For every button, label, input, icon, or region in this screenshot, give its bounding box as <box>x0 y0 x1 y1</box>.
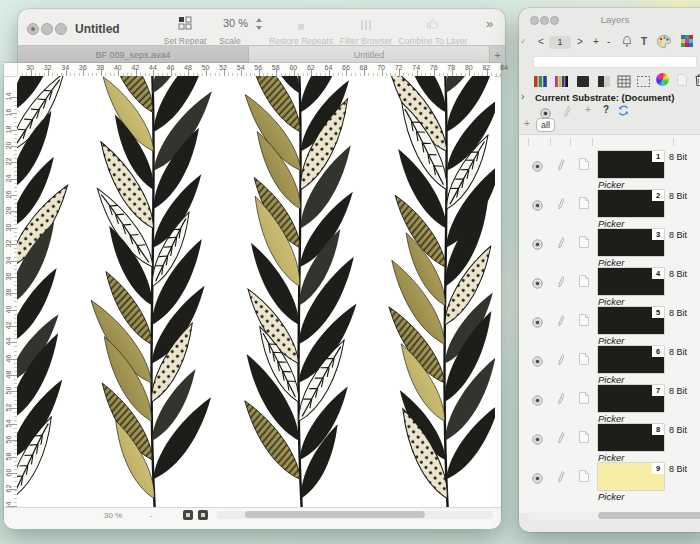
mosaic-icon[interactable] <box>680 34 694 48</box>
pencil-icon[interactable] <box>562 104 572 117</box>
ruler-v-label: 56 <box>5 434 12 446</box>
add-substrate-button[interactable]: + <box>585 104 591 115</box>
layer-page-icon[interactable] <box>578 196 590 210</box>
layer-color-swatch[interactable]: 2 <box>598 190 664 217</box>
halftone-icon[interactable] <box>597 74 611 87</box>
visibility-eye-icon[interactable] <box>539 105 552 116</box>
vertical-ruler: 1416182022242628303234363840424446485052… <box>4 76 18 507</box>
palette-icon[interactable] <box>656 34 672 49</box>
layer-row[interactable]: 1 8 Bit Picker <box>519 151 700 190</box>
next-layer-button[interactable]: > <box>577 36 583 47</box>
ruler-v-label: 32 <box>5 238 12 250</box>
layer-pencil-icon[interactable] <box>556 430 566 443</box>
prev-layer-button[interactable]: < <box>538 36 544 47</box>
layer-visibility-eye-icon[interactable] <box>531 236 544 247</box>
scale-stepper[interactable] <box>255 17 264 31</box>
add-button[interactable]: + <box>593 36 599 47</box>
rgb-channels-icon[interactable] <box>533 74 548 87</box>
layer-pencil-icon[interactable] <box>556 469 566 482</box>
pattern-canvas[interactable] <box>17 76 495 507</box>
bell-icon[interactable] <box>621 35 633 49</box>
ruler-h-label: 36 <box>79 64 87 71</box>
ruler-h-label: 42 <box>131 64 139 71</box>
layer-visibility-eye-icon[interactable] <box>531 431 544 442</box>
panel-scrollbar-thumb[interactable] <box>598 512 700 519</box>
set-repeat-icon[interactable] <box>178 16 192 30</box>
screen: Untitled Set Repeat 30 % Scale Restore R… <box>0 0 700 544</box>
layer-page-icon[interactable] <box>578 430 590 444</box>
layer-color-swatch[interactable]: 5 <box>598 307 664 334</box>
layer-page-icon[interactable] <box>578 391 590 405</box>
layer-pencil-icon[interactable] <box>556 391 566 404</box>
text-tool-button[interactable]: T <box>641 36 647 47</box>
solid-fill-icon[interactable] <box>576 74 590 87</box>
layer-visibility-eye-icon[interactable] <box>531 353 544 364</box>
all-layers-button[interactable]: all <box>536 118 555 132</box>
substrate-disclosure[interactable]: › <box>521 91 524 102</box>
layer-row[interactable]: 8 8 Bit Picker <box>519 424 700 463</box>
layer-color-swatch[interactable]: 3 <box>598 229 664 256</box>
color-wheel-icon[interactable] <box>656 73 669 86</box>
sync-icon[interactable] <box>617 103 630 116</box>
layer-pencil-icon[interactable] <box>556 352 566 365</box>
layer-color-swatch[interactable]: 9 <box>598 463 664 490</box>
layer-color-swatch[interactable]: 8 <box>598 424 664 451</box>
layer-page-icon[interactable] <box>578 313 590 327</box>
ruler-h-label: 82 <box>482 64 490 71</box>
layer-pencil-icon[interactable] <box>556 235 566 248</box>
layer-page-icon[interactable] <box>578 235 590 249</box>
layer-page-icon[interactable] <box>578 274 590 288</box>
layer-name: Picker <box>598 257 624 268</box>
layer-row[interactable]: 5 8 Bit Picker <box>519 307 700 346</box>
close-window-button[interactable] <box>27 23 39 35</box>
trash-icon[interactable] <box>694 73 700 87</box>
horizontal-scrollbar-thumb[interactable] <box>245 511 425 518</box>
layer-pencil-icon[interactable] <box>556 313 566 326</box>
layer-name-input[interactable] <box>533 56 697 68</box>
panel-title: Layers <box>519 14 700 25</box>
layer-pencil-icon[interactable] <box>556 274 566 287</box>
remove-button[interactable]: - <box>607 36 610 47</box>
layer-bit-depth: 8 Bit <box>669 347 687 357</box>
layer-name: Picker <box>598 218 624 229</box>
toolbar-overflow-button[interactable]: » <box>486 16 493 31</box>
layer-color-swatch[interactable]: 6 <box>598 346 664 373</box>
layer-color-swatch[interactable]: 1 <box>598 151 664 178</box>
ruler-v-label: 60 <box>5 467 12 479</box>
layer-visibility-eye-icon[interactable] <box>531 470 544 481</box>
layer-pencil-icon[interactable] <box>556 157 566 170</box>
cmyk-channels-icon[interactable] <box>554 74 569 87</box>
minimize-window-button[interactable] <box>41 23 53 35</box>
layer-color-swatch[interactable]: 4 <box>598 268 664 295</box>
layer-number-field[interactable]: 1 <box>549 36 571 49</box>
layer-row[interactable]: 3 8 Bit Picker <box>519 229 700 268</box>
spread-view-icon[interactable] <box>198 510 208 520</box>
marquee-selection-icon[interactable] <box>636 74 651 87</box>
layer-page-icon[interactable] <box>578 352 590 366</box>
layer-row[interactable]: 4 8 Bit Picker <box>519 268 700 307</box>
grid-table-icon[interactable] <box>617 74 631 87</box>
layer-list: 1 8 Bit Picker 2 8 Bit Picker 3 8 B <box>519 134 700 513</box>
layer-pencil-icon[interactable] <box>556 196 566 209</box>
layer-row[interactable]: 9 8 Bit Picker <box>519 463 700 502</box>
layer-visibility-eye-icon[interactable] <box>531 197 544 208</box>
layer-row[interactable]: 6 8 Bit Picker <box>519 346 700 385</box>
layer-page-icon[interactable] <box>578 469 590 483</box>
add-filter-button[interactable]: + <box>524 118 530 129</box>
layer-row[interactable]: 2 8 Bit Picker <box>519 190 700 229</box>
layer-visibility-eye-icon[interactable] <box>531 314 544 325</box>
layer-page-icon[interactable] <box>578 157 590 171</box>
page-view-icon[interactable] <box>183 510 193 520</box>
help-button[interactable]: ? <box>603 104 609 115</box>
zoom-window-button[interactable] <box>55 23 67 35</box>
status-zoom-out-button[interactable]: - <box>150 511 153 520</box>
tab-document[interactable]: BF 009_seps.ava4 <box>18 46 249 64</box>
layer-row[interactable]: 7 8 Bit Picker <box>519 385 700 424</box>
layer-name: Picker <box>598 452 624 463</box>
layer-visibility-eye-icon[interactable] <box>531 275 544 286</box>
layer-visibility-eye-icon[interactable] <box>531 158 544 169</box>
layer-color-swatch[interactable]: 7 <box>598 385 664 412</box>
new-tab-button[interactable]: + <box>489 46 505 64</box>
tab-untitled[interactable]: Untitled <box>249 46 489 64</box>
layer-visibility-eye-icon[interactable] <box>531 392 544 403</box>
